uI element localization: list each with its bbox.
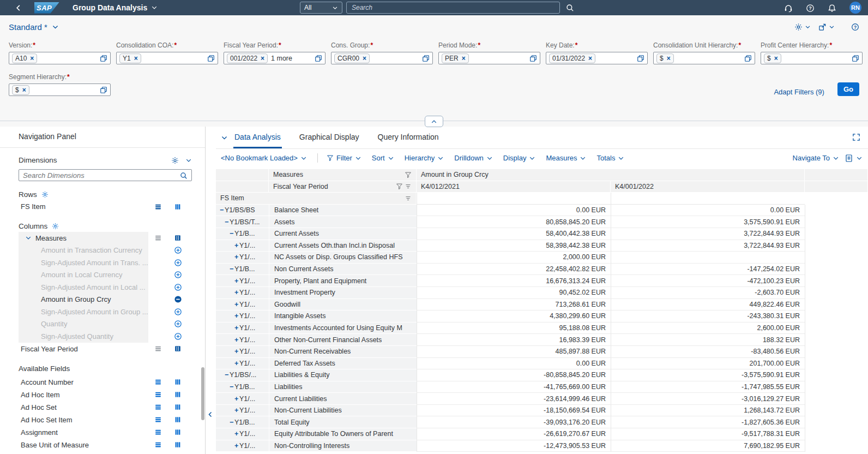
token-remove-icon[interactable]: × (261, 55, 264, 62)
move-to-columns-icon[interactable] (174, 345, 182, 353)
toolbar-menu[interactable]: Sort (372, 154, 394, 162)
toolbar-menu[interactable]: Hierarchy (405, 154, 444, 162)
hierarchy-node-cell[interactable]: −Y1/BS/T... (216, 216, 269, 228)
expand-collapse-icon[interactable]: + (234, 301, 239, 308)
fs-item-description-cell[interactable]: Current Assets (269, 228, 417, 240)
search-dimensions-input[interactable]: Search Dimensions (19, 169, 192, 181)
filter-value-input[interactable]: $× (653, 52, 755, 64)
move-to-rows-icon[interactable] (154, 391, 162, 398)
move-to-rows-icon[interactable] (154, 416, 162, 423)
move-to-rows-icon[interactable] (154, 345, 162, 353)
share-menu[interactable] (818, 23, 835, 31)
expand-collapse-icon[interactable]: + (234, 324, 239, 332)
fs-item-description-cell[interactable]: Deferred Tax Assets (269, 358, 417, 370)
panel-splitter[interactable] (205, 127, 216, 454)
expand-collapse-icon[interactable]: + (234, 242, 239, 249)
filter-token[interactable]: 001/2022× (227, 53, 268, 63)
move-to-columns-icon[interactable] (174, 416, 182, 423)
hierarchy-node-cell[interactable]: +Y1/... (216, 299, 269, 311)
filter-token[interactable]: CGR00× (334, 53, 370, 63)
value-help-icon[interactable] (207, 55, 215, 62)
fs-item-description-cell[interactable]: Assets (269, 216, 417, 228)
fullscreen-icon[interactable] (852, 132, 860, 142)
fs-item-description-cell[interactable]: Total Equity (269, 416, 417, 428)
filter-value-input[interactable]: 01/31/2022× (546, 52, 648, 64)
tab[interactable]: Query Information (377, 127, 440, 148)
sort-icon[interactable] (405, 183, 412, 190)
token-remove-icon[interactable]: × (588, 55, 592, 62)
variant-selector[interactable]: Standard * (9, 22, 59, 32)
dimension-item[interactable]: FS Item (19, 200, 205, 213)
filter-value-input[interactable]: $× (761, 52, 863, 64)
dimension-item[interactable]: Fiscal Year Period (19, 343, 205, 355)
measures-group-header[interactable]: Measures (19, 232, 205, 244)
toggle-measure-icon[interactable] (174, 308, 182, 316)
fs-item-description-cell[interactable]: NC Assets or Disp. Groups Classified HFS (269, 252, 417, 264)
sort-icon[interactable] (405, 195, 412, 202)
filter-token[interactable]: $× (764, 53, 781, 63)
value-help-icon[interactable] (852, 55, 859, 62)
filter-value-input[interactable]: A10× (9, 52, 111, 64)
move-to-rows-icon[interactable] (154, 428, 162, 436)
toggle-measure-icon[interactable] (174, 246, 182, 254)
fs-item-description-cell[interactable]: Equity Attributable To Owners of Parent (269, 428, 417, 440)
collapse-panel-icon[interactable] (207, 409, 214, 419)
fs-item-description-cell[interactable]: Liabilities & Equity (269, 369, 417, 381)
filter-value-input[interactable]: Y1× (116, 52, 218, 64)
measure-item[interactable]: Sign-Adjusted Quantity (19, 330, 205, 343)
measure-item[interactable]: Amount in Group Crcy (19, 294, 205, 306)
expand-collapse-icon[interactable]: + (234, 395, 239, 403)
token-remove-icon[interactable]: × (30, 55, 34, 62)
expand-collapse-icon[interactable]: + (234, 407, 239, 414)
go-button[interactable]: Go (837, 82, 859, 96)
chevron-down-icon[interactable] (25, 235, 32, 241)
hierarchy-node-cell[interactable]: −Y1/BS/... (216, 369, 269, 381)
fs-item-description-cell[interactable]: Investments Accounted for Using Equity M (269, 322, 417, 334)
dimension-item[interactable]: Assignment (19, 426, 205, 439)
move-to-rows-icon[interactable] (154, 378, 162, 386)
hierarchy-node-cell[interactable]: −Y1/B... (216, 381, 269, 393)
value-help-icon[interactable] (637, 55, 644, 62)
hierarchy-node-cell[interactable]: +Y1/... (216, 346, 269, 358)
filter-value-input[interactable]: 001/2022× 1 more (224, 52, 326, 64)
move-to-columns-icon[interactable] (174, 441, 182, 449)
expand-collapse-icon[interactable]: + (234, 348, 239, 355)
help-icon[interactable] (806, 3, 815, 13)
chevron-down-icon[interactable] (185, 157, 192, 164)
measure-item[interactable]: Amount in Local Currency (19, 269, 205, 282)
fs-item-header[interactable]: FS Item (216, 193, 417, 205)
tab-select-icon[interactable] (221, 127, 228, 148)
hierarchy-node-cell[interactable]: −Y1/B... (216, 416, 269, 428)
toolbar-menu[interactable]: Measures (546, 154, 586, 162)
hierarchy-node-cell[interactable]: −Y1/BS/BS (216, 205, 269, 217)
help-circle-icon[interactable] (851, 22, 859, 32)
fs-item-description-cell[interactable]: Current Liabilities (269, 393, 417, 405)
move-to-columns-icon[interactable] (174, 378, 182, 386)
tab[interactable]: Graphical Display (298, 127, 360, 148)
fs-item-description-cell[interactable]: Liabilities (269, 381, 417, 393)
filter-token[interactable]: 01/31/2022× (549, 53, 595, 63)
toggle-measure-icon[interactable] (174, 320, 182, 328)
hierarchy-node-cell[interactable]: +Y1/... (216, 287, 269, 299)
filter-token[interactable]: A10× (12, 53, 37, 63)
toggle-measure-icon[interactable] (174, 283, 182, 291)
token-remove-icon[interactable]: × (134, 55, 138, 62)
filter-token[interactable]: $× (656, 53, 674, 63)
filter-token[interactable]: $× (12, 85, 29, 95)
measure-item[interactable]: Sign-Adjusted Amount in Group ... (19, 306, 205, 318)
fs-item-description-cell[interactable]: Non-Controlling Interests (269, 440, 417, 452)
dimension-item[interactable]: Ad Hoc Set Item (19, 414, 205, 426)
bookmark-menu[interactable]: <No Bookmark Loaded> (221, 154, 307, 162)
filter-icon[interactable] (405, 171, 412, 178)
collapse-header-button[interactable] (425, 116, 443, 127)
dimension-item[interactable]: Ad Hoc Item (19, 389, 205, 401)
expand-collapse-icon[interactable]: − (225, 218, 230, 226)
token-remove-icon[interactable]: × (667, 55, 671, 62)
hierarchy-node-cell[interactable]: −Y1/B... (216, 228, 269, 240)
hierarchy-node-cell[interactable]: +Y1/... (216, 334, 269, 346)
value-help-icon[interactable] (100, 55, 107, 62)
fs-item-description-cell[interactable]: Investment Property (269, 287, 417, 299)
token-remove-icon[interactable]: × (774, 55, 778, 62)
move-to-columns-icon[interactable] (174, 234, 182, 242)
filter-token[interactable]: Y1× (119, 53, 141, 63)
